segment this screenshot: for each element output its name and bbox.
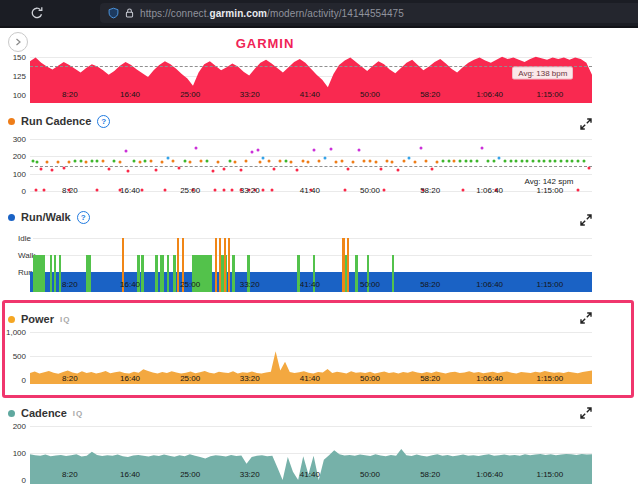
reload-icon[interactable] xyxy=(30,6,44,20)
expand-post-button[interactable] xyxy=(8,32,28,52)
expand-icon[interactable] xyxy=(580,214,592,226)
power-plot[interactable]: 1,00050008:2016:4025:0033:2041:4050:0058… xyxy=(30,327,592,384)
url-text[interactable]: https://connect.garmin.com/modern/activi… xyxy=(140,8,404,19)
help-icon[interactable]: ? xyxy=(97,115,110,128)
series-color-dot xyxy=(8,118,15,125)
expand-icon[interactable] xyxy=(580,118,592,130)
chevron-right-icon xyxy=(14,38,22,46)
browser-toolbar: https://connect.garmin.com/modern/activi… xyxy=(0,0,638,28)
run-cadence-header: Run Cadence ? xyxy=(8,113,110,129)
series-color-dot xyxy=(8,316,15,323)
expand-icon[interactable] xyxy=(580,407,592,419)
help-icon[interactable]: ? xyxy=(77,211,90,224)
garmin-logo: GARMIN xyxy=(0,36,530,51)
expand-icon[interactable] xyxy=(580,312,592,324)
cadence-header: Cadence IQ xyxy=(8,405,83,421)
power-header: Power IQ xyxy=(8,311,70,327)
lock-icon xyxy=(124,7,135,19)
run-cadence-plot[interactable]: 3002001000Avg: 142 spm8:2016:4025:0033:2… xyxy=(30,134,592,196)
chart-title: Cadence xyxy=(21,407,67,419)
chart-title: Power xyxy=(21,313,54,325)
series-color-dot xyxy=(8,410,15,417)
connect-iq-label: IQ xyxy=(73,409,83,418)
series-color-dot xyxy=(8,214,15,221)
chart-title: Run Cadence xyxy=(21,115,91,127)
run-walk-header: Run/Walk ? xyxy=(8,209,90,225)
shield-icon[interactable] xyxy=(108,7,119,19)
chart-title: Run/Walk xyxy=(21,211,71,223)
cadence-plot[interactable]: 20010008:2016:4025:0033:2041:4050:0058:2… xyxy=(30,422,592,484)
run-walk-plot[interactable]: IdleWalkRun8:2016:4025:0033:2041:4050:00… xyxy=(30,230,592,292)
heart-rate-plot[interactable]: 150125100Avg: 138 bpm8:2016:4025:0033:20… xyxy=(30,56,592,103)
connect-iq-label: IQ xyxy=(60,315,70,324)
url-bar[interactable]: https://connect.garmin.com/modern/activi… xyxy=(100,3,638,23)
